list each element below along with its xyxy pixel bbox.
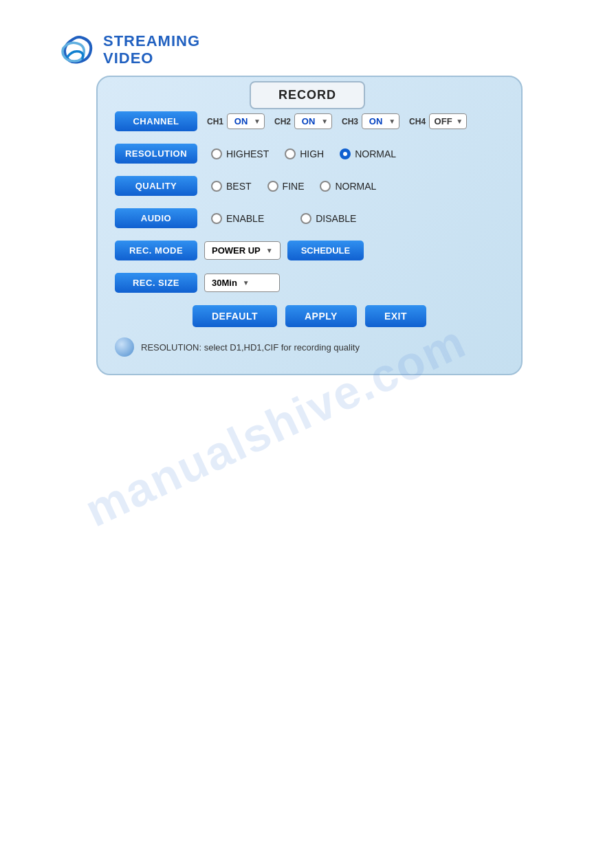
ch1-arrow: ▼ [254, 118, 261, 125]
rec-mode-row: REC. MODE POWER UP ▼ SCHEDULE [115, 241, 504, 260]
quality-best-label: BEST [226, 181, 252, 192]
main-panel: CHANNEL CH1 ON ▼ CH2 ON ▼ CH3 ON [96, 76, 523, 375]
resolution-highest-label: HIGHEST [226, 148, 269, 159]
ch3-group: CH3 ON ▼ [342, 113, 399, 129]
rec-size-row: REC. SIZE 30Min ▼ [115, 273, 504, 293]
ch2-label: CH2 [274, 117, 291, 126]
resolution-high-radio[interactable] [285, 148, 296, 159]
status-text: RESOLUTION: select D1,HD1,CIF for record… [141, 342, 360, 353]
resolution-options: HIGHEST HIGH NORMAL [211, 148, 408, 159]
apply-button[interactable]: APPLY [285, 305, 357, 327]
logo-line1: STREAMING [103, 33, 200, 49]
ch3-arrow: ▼ [388, 118, 395, 125]
resolution-label-btn[interactable]: RESOLUTION [115, 144, 197, 164]
quality-fine-radio[interactable] [267, 181, 278, 192]
ch4-arrow: ▼ [456, 118, 463, 125]
default-button[interactable]: DEFAULT [193, 305, 277, 327]
audio-enable-radio[interactable] [211, 213, 222, 224]
schedule-btn[interactable]: SCHEDULE [287, 241, 364, 260]
quality-best[interactable]: BEST [211, 181, 252, 192]
audio-row: AUDIO ENABLE DISABLE [115, 208, 504, 228]
resolution-highest-radio[interactable] [211, 148, 222, 159]
ch3-select[interactable]: ON ▼ [362, 113, 399, 129]
record-title: RECORD [250, 81, 365, 109]
logo-area: STREAMING VIDEO [55, 31, 200, 69]
audio-enable[interactable]: ENABLE [211, 213, 264, 224]
ch4-value: OFF [433, 116, 453, 126]
rec-size-label-btn[interactable]: REC. SIZE [115, 273, 197, 293]
ch1-label: CH1 [207, 117, 223, 126]
resolution-normal-radio[interactable] [340, 148, 351, 159]
ch4-label: CH4 [409, 117, 426, 126]
ch1-value: ON [231, 116, 251, 126]
resolution-normal-label: NORMAL [355, 148, 396, 159]
ch2-value: ON [298, 116, 318, 126]
logo-text: STREAMING VIDEO [103, 33, 200, 66]
ch2-select[interactable]: ON ▼ [294, 113, 332, 129]
quality-normal-label: NORMAL [335, 181, 376, 192]
audio-disable[interactable]: DISABLE [300, 213, 356, 224]
quality-options: BEST FINE NORMAL [211, 181, 388, 192]
quality-label-btn[interactable]: QUALITY [115, 176, 197, 196]
logo-line2: VIDEO [103, 50, 200, 67]
rec-size-arrow: ▼ [243, 279, 250, 287]
rec-mode-dropdown[interactable]: POWER UP ▼ [204, 241, 281, 260]
rec-mode-label-btn[interactable]: REC. MODE [115, 241, 197, 260]
audio-enable-label: ENABLE [226, 213, 264, 224]
audio-options: ENABLE DISABLE [211, 213, 369, 224]
ch1-group: CH1 ON ▼ [207, 113, 265, 129]
quality-normal-radio[interactable] [320, 181, 331, 192]
rec-mode-value: POWER UP [212, 245, 261, 256]
resolution-high[interactable]: HIGH [285, 148, 324, 159]
resolution-row: RESOLUTION HIGHEST HIGH NORMAL [115, 144, 504, 164]
resolution-normal[interactable]: NORMAL [340, 148, 396, 159]
bottom-buttons: DEFAULT APPLY EXIT [115, 305, 504, 327]
exit-button[interactable]: EXIT [365, 305, 426, 327]
rec-size-value: 30Min [212, 278, 237, 288]
logo-icon [55, 31, 96, 69]
status-icon [115, 337, 134, 357]
quality-normal[interactable]: NORMAL [320, 181, 376, 192]
ch2-group: CH2 ON ▼ [274, 113, 332, 129]
ch3-label: CH3 [342, 117, 358, 126]
ch2-arrow: ▼ [321, 118, 328, 125]
ch1-select[interactable]: ON ▼ [227, 113, 265, 129]
audio-disable-label: DISABLE [316, 213, 356, 224]
quality-fine[interactable]: FINE [267, 181, 305, 192]
ch3-value: ON [366, 116, 386, 126]
audio-disable-radio[interactable] [300, 213, 311, 224]
quality-row: QUALITY BEST FINE NORMAL [115, 176, 504, 196]
status-bar: RESOLUTION: select D1,HD1,CIF for record… [115, 337, 504, 357]
ch4-group: CH4 OFF ▼ [409, 113, 467, 129]
audio-label-btn[interactable]: AUDIO [115, 208, 197, 228]
quality-fine-label: FINE [283, 181, 305, 192]
quality-best-radio[interactable] [211, 181, 222, 192]
rec-size-dropdown[interactable]: 30Min ▼ [204, 274, 280, 292]
ch4-select[interactable]: OFF ▼ [429, 113, 467, 129]
channel-label-btn[interactable]: CHANNEL [115, 111, 197, 131]
channel-row: CHANNEL CH1 ON ▼ CH2 ON ▼ CH3 ON [115, 111, 504, 131]
resolution-high-label: HIGH [300, 148, 324, 159]
resolution-highest[interactable]: HIGHEST [211, 148, 269, 159]
rec-mode-arrow: ▼ [266, 247, 273, 254]
